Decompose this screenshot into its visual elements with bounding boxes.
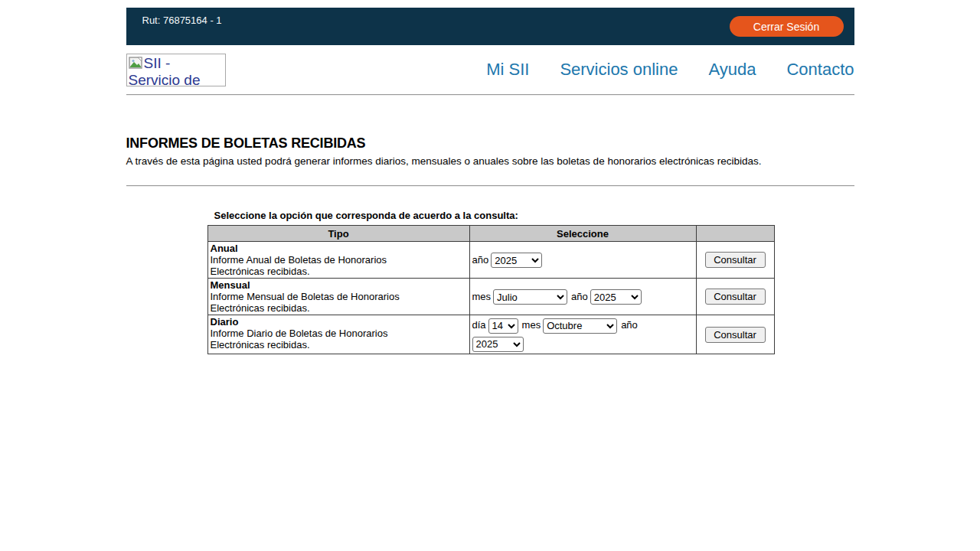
table-header-row: Tipo Seleccione bbox=[207, 226, 774, 242]
row-desc-anual: Informe Anual de Boletas de Honorarios E… bbox=[211, 254, 419, 277]
consultar-anual-button[interactable]: Consultar bbox=[705, 252, 766, 268]
table-row-diario: Diario Informe Diario de Boletas de Hono… bbox=[207, 315, 774, 354]
table-row-mensual: Mensual Informe Mensual de Boletas de Ho… bbox=[207, 279, 774, 315]
diario-year-label: año bbox=[621, 319, 638, 331]
intro-section: INFORMES DE BOLETAS RECIBIDAS A través d… bbox=[126, 135, 854, 167]
rut-label: Rut: 76875164 - 1 bbox=[126, 15, 222, 26]
nav-mi-sii[interactable]: Mi SII bbox=[486, 60, 529, 80]
query-prompt: Seleccione la opción que corresponda de … bbox=[207, 210, 854, 221]
mensual-year-label: año bbox=[571, 291, 588, 302]
nav-servicios-online[interactable]: Servicios online bbox=[560, 60, 678, 80]
main-nav: Mi SII Servicios online Ayuda Contacto bbox=[456, 60, 854, 80]
mensual-month-label: mes bbox=[472, 291, 492, 302]
nav-ayuda[interactable]: Ayuda bbox=[708, 60, 756, 80]
header-seleccione: Seleccione bbox=[469, 226, 696, 242]
consultar-diario-button[interactable]: Consultar bbox=[705, 327, 766, 343]
session-bar: Rut: 76875164 - 1 Cerrar Sesión bbox=[126, 8, 854, 45]
diario-month-label: mes bbox=[522, 319, 541, 331]
page-title: INFORMES DE BOLETAS RECIBIDAS bbox=[126, 135, 854, 152]
table-row-anual: Anual Informe Anual de Boletas de Honora… bbox=[207, 242, 774, 279]
header-tipo: Tipo bbox=[207, 226, 469, 242]
site-header: SII - Servicio de Mi SII Servicios onlin… bbox=[126, 45, 854, 94]
row-type-anual: Anual bbox=[211, 243, 467, 254]
anual-year-label: año bbox=[472, 254, 489, 266]
query-section: Seleccione la opción que corresponda de … bbox=[207, 210, 854, 354]
report-options-table: Tipo Seleccione Anual Informe Anual de B… bbox=[207, 225, 775, 354]
page-container: Rut: 76875164 - 1 Cerrar Sesión SII - Se… bbox=[126, 8, 854, 354]
diario-day-label: día bbox=[472, 319, 486, 331]
page-description: A través de esta página usted podrá gene… bbox=[126, 155, 854, 167]
row-desc-diario: Informe Diario de Boletas de Honorarios … bbox=[211, 328, 419, 350]
logout-button[interactable]: Cerrar Sesión bbox=[730, 16, 844, 37]
row-desc-mensual: Informe Mensual de Boletas de Honorarios… bbox=[211, 291, 419, 314]
row-type-diario: Diario bbox=[211, 316, 467, 328]
content-divider bbox=[126, 185, 854, 187]
diario-month-select[interactable]: Octubre bbox=[543, 318, 617, 334]
anual-year-select[interactable]: 2025 bbox=[491, 253, 542, 268]
sii-logo-link[interactable]: SII - Servicio de bbox=[126, 54, 226, 86]
diario-day-select[interactable]: 14 bbox=[488, 318, 518, 334]
header-action bbox=[696, 226, 774, 242]
mensual-year-select[interactable]: 2025 bbox=[590, 289, 642, 305]
mensual-month-select[interactable]: Julio bbox=[493, 289, 567, 305]
broken-image-icon bbox=[129, 57, 143, 70]
consultar-mensual-button[interactable]: Consultar bbox=[705, 289, 766, 305]
nav-contacto[interactable]: Contacto bbox=[786, 60, 854, 80]
row-type-mensual: Mensual bbox=[211, 279, 467, 291]
diario-year-select[interactable]: 2025 bbox=[472, 337, 524, 352]
header-divider bbox=[126, 94, 854, 96]
